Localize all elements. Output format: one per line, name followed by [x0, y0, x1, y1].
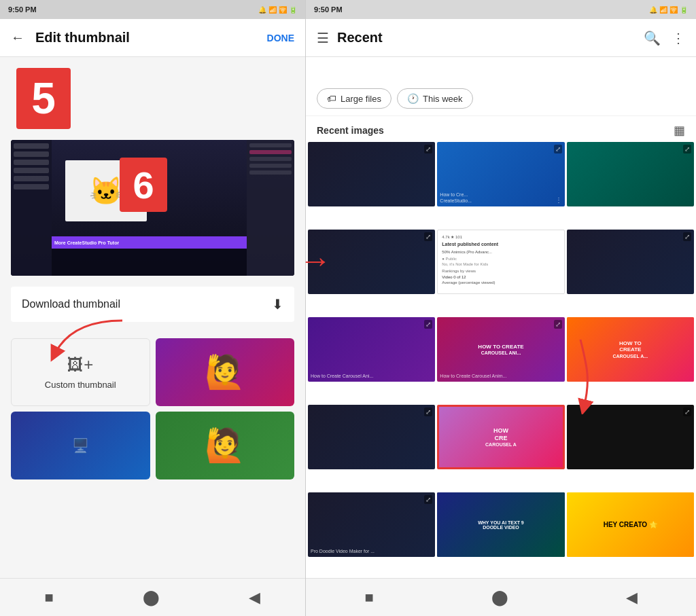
- right-arrow-annotation: [553, 333, 608, 417]
- section-title: Recent images: [317, 125, 384, 136]
- image-cell-1[interactable]: ⤢: [308, 142, 435, 206]
- image-cell-10[interactable]: ⤢: [308, 405, 435, 469]
- left-status-icons: 🔔 📶 🛜 🔋: [258, 6, 297, 14]
- battery-icon: 🔋: [289, 6, 297, 14]
- right-phone: 9:50 PM 🔔 📶 🛜 🔋 ☰ Recent 🔍 ⋮ 6: [306, 0, 696, 616]
- thumbnail-person-purple: 🙋: [156, 338, 295, 406]
- purple-label-bar: More CreateStudio Pro Tutor: [52, 236, 247, 249]
- carousel-text-overlay: HOW TO CREATE CAROUSEL ANI...: [437, 317, 564, 382]
- right-nav-square-icon[interactable]: ■: [364, 589, 373, 606]
- toolbar-item-1: [249, 143, 292, 147]
- step-5-badge: 5: [16, 68, 71, 129]
- done-button[interactable]: DONE: [267, 33, 294, 43]
- chalk-board-image: WHY YOU AI TEXT 9DOODLE VIDEO: [437, 492, 564, 557]
- images-grid: ⤢ ⤢ How to Cre...CreateStudio... ⋮ ⤢ ⤢ 4…: [306, 142, 696, 578]
- right-page-title: Recent: [337, 30, 636, 46]
- right-time: 9:50 PM: [314, 5, 343, 14]
- person-icon-2: 🙋: [205, 427, 245, 465]
- signal-icon: 📶: [268, 6, 277, 14]
- info-card-content: 4.7k ★ 101 Latest published content 50% …: [442, 234, 559, 286]
- sidebar-item-2: [14, 151, 49, 157]
- creator-image: HEY CREATO 🌟: [567, 492, 694, 557]
- left-bottom-nav: ■ ⬤ ◀: [0, 578, 305, 616]
- download-label: Download thumbnail: [22, 298, 120, 310]
- image-cell-8[interactable]: ⤢ HOW TO CREATE CAROUSEL ANI... How to C…: [437, 317, 564, 382]
- screen-wrapper: 9:50 PM 🔔 📶 🛜 🔋 ← Edit thumbnail DONE 5: [0, 0, 696, 616]
- step6-container: 6: [306, 57, 696, 122]
- left-time: 9:50 PM: [8, 5, 37, 14]
- down-arrow-svg: [553, 333, 608, 414]
- inter-phone-arrow: →: [299, 244, 332, 277]
- editor-toolbar: [247, 140, 294, 276]
- expand-icon-1: ⤢: [424, 145, 432, 153]
- left-phone: 9:50 PM 🔔 📶 🛜 🔋 ← Edit thumbnail DONE 5: [0, 0, 306, 616]
- thumbnail-option-2[interactable]: 🖥️: [11, 412, 150, 479]
- image-cell-11-selected[interactable]: ⤢ HOWCRE CAROUSEL A: [437, 405, 564, 469]
- right-nav-back-icon[interactable]: ◀: [626, 589, 638, 606]
- menu-icon-2: ⋮: [555, 196, 562, 204]
- sidebar-item-4: [14, 168, 49, 173]
- sidebar-item-5: [14, 176, 49, 181]
- right-signal-icon: 📶: [659, 6, 667, 14]
- right-status-icons: 🔔 📶 🛜 🔋: [649, 6, 688, 14]
- person-icon-1: 🙋: [205, 353, 245, 391]
- nav-square-icon[interactable]: ■: [45, 589, 54, 606]
- image-cell-7[interactable]: ⤢ How to Create Carousel Ani...: [308, 317, 435, 382]
- search-button[interactable]: 🔍: [644, 30, 661, 46]
- image-cell-15-creator[interactable]: ⤢ HEY CREATO 🌟: [567, 492, 694, 557]
- right-app-bar: ☰ Recent 🔍 ⋮: [306, 19, 696, 57]
- right-bluetooth-icon: 🔔: [649, 6, 657, 14]
- right-action-icons: 🔍 ⋮: [644, 30, 685, 46]
- more-options-button[interactable]: ⋮: [672, 30, 685, 46]
- editor-bottom-timeline: [52, 249, 247, 276]
- thumbnail-option-1[interactable]: 🙋: [156, 338, 295, 406]
- bluetooth-icon: 🔔: [258, 6, 266, 14]
- right-bottom-nav: ■ ⬤ ◀: [306, 578, 696, 616]
- expand-icon-10: ⤢: [424, 407, 432, 416]
- grid-toggle-button[interactable]: ▦: [674, 123, 685, 138]
- image-cell-13[interactable]: ⤢ Pro Doodle Video Maker for ...: [308, 492, 435, 557]
- toolbar-item-4: [249, 164, 292, 168]
- image-text-2: How to Cre...CreateStudio...: [440, 192, 561, 204]
- thumbnail-option-3[interactable]: 🙋: [156, 412, 295, 479]
- editor-sidebar: [11, 140, 52, 276]
- toolbar-item-2: [249, 150, 292, 154]
- right-status-bar: 9:50 PM 🔔 📶 🛜 🔋: [306, 0, 696, 19]
- expand-icon-3: ⤢: [683, 145, 691, 153]
- toolbar-item-5: [249, 170, 292, 175]
- image-cell-14[interactable]: ⤢ WHY YOU AI TEXT 9DOODLE VIDEO: [437, 492, 564, 557]
- expand-icon-13: ⤢: [424, 495, 432, 504]
- image-cell-3[interactable]: ⤢: [567, 142, 694, 206]
- right-battery-icon: 🔋: [680, 6, 688, 14]
- selected-image-content: HOWCRE CAROUSEL A: [439, 407, 562, 467]
- image-text-8: How to Create Carousel Anim...: [440, 374, 561, 379]
- image-text-7: How to Create Carousel Ani...: [311, 374, 432, 379]
- image-cell-2[interactable]: ⤢ How to Cre...CreateStudio... ⋮: [437, 142, 564, 206]
- custom-thumbnail-label: Custom thumbnail: [45, 380, 116, 390]
- image-cell-5-card[interactable]: 4.7k ★ 101 Latest published content 50% …: [437, 230, 564, 294]
- expand-icon-6: ⤢: [683, 232, 691, 241]
- expand-icon-7: ⤢: [424, 320, 432, 329]
- thumbnail-person-green: 🙋: [156, 412, 295, 479]
- screen-icon: 🖥️: [72, 437, 89, 454]
- toolbar-item-3: [249, 157, 292, 161]
- step-6-badge: 6: [120, 158, 167, 212]
- sidebar-item-6: [14, 184, 49, 189]
- purple-bar-text: More CreateStudio Pro Tutor: [54, 240, 119, 245]
- expand-icon-4: ⤢: [424, 232, 432, 241]
- back-button[interactable]: ←: [11, 30, 24, 46]
- thumbnail-screen: 🖥️: [11, 412, 150, 479]
- nav-home-icon[interactable]: ⬤: [143, 589, 160, 606]
- image-cell-6[interactable]: ⤢: [567, 230, 694, 294]
- cat-emoji-icon: 🐱: [89, 175, 123, 207]
- sidebar-item-3: [14, 160, 49, 165]
- right-wifi-icon: 🛜: [669, 6, 678, 14]
- left-app-bar: ← Edit thumbnail DONE: [0, 19, 305, 57]
- expand-icon-12: ⤢: [683, 407, 691, 416]
- red-arrow-custom: [27, 314, 150, 368]
- nav-back-icon[interactable]: ◀: [249, 589, 260, 606]
- menu-button[interactable]: ☰: [317, 30, 329, 46]
- image-text-13: Pro Doodle Video Maker for ...: [311, 549, 432, 554]
- right-nav-home-icon[interactable]: ⬤: [491, 589, 508, 606]
- expand-icon-2: ⤢: [554, 145, 562, 153]
